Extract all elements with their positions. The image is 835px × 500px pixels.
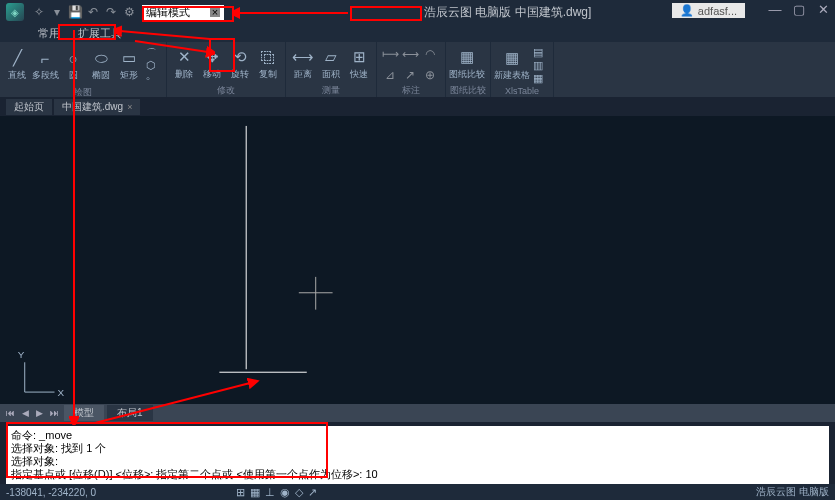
tool-rect[interactable]: ▭矩形 — [116, 45, 142, 85]
app-logo-icon: ◈ — [6, 3, 24, 21]
tool-delete[interactable]: ✕删除 — [171, 44, 197, 84]
delete-icon: ✕ — [178, 47, 191, 67]
ribbon-group-table: ▦新建表格 ▤ ▥ ▦ XlsTable — [491, 42, 554, 97]
ribbon: ╱直线 ⌐多段线 ○圆 ⬭椭圆 ▭矩形 ⌒ ⬡ ◦ 绘图 ✕删除 ✥移动 ⟲旋转… — [0, 42, 835, 98]
layout-nav-next[interactable]: ▶ — [34, 408, 45, 418]
tool-line[interactable]: ╱直线 — [4, 45, 30, 85]
qat-redo-icon[interactable]: ↷ — [104, 5, 118, 19]
rotate-icon: ⟲ — [234, 47, 247, 67]
ribbon-group-compare: ▦图纸比较 图纸比较 — [446, 42, 491, 97]
ribbon-group-measure: ⟷距离 ▱面积 ⊞快速 测量 — [286, 42, 377, 97]
tab-drawing[interactable]: 中国建筑.dwg× — [54, 99, 140, 115]
title-bar: ◈ ✧ ▾ 💾 ↶ ↷ ⚙ 编辑模式 × 浩辰云图 电脑版 中国建筑.dwg] … — [0, 0, 835, 24]
distance-icon: ⟷ — [292, 47, 314, 67]
cmd-line-1: 命令: _move — [11, 429, 824, 442]
tool-newtable[interactable]: ▦新建表格 — [495, 45, 529, 85]
group-label-dim: 标注 — [381, 84, 441, 95]
tool-circle[interactable]: ○圆 — [60, 45, 86, 85]
dim-tool-5[interactable]: ↗ — [401, 68, 419, 82]
tool-area[interactable]: ▱面积 — [318, 44, 344, 84]
ribbon-group-draw: ╱直线 ⌐多段线 ○圆 ⬭椭圆 ▭矩形 ⌒ ⬡ ◦ 绘图 — [0, 42, 167, 97]
cmd-line-4: 指定基点或 [位移(D)] <位移>: 指定第二个点或 <使用第一个点作为位移>… — [11, 468, 824, 481]
osnap-toggle[interactable]: ◇ — [295, 486, 303, 499]
tool-copy[interactable]: ⿻复制 — [255, 44, 281, 84]
qat-save-icon[interactable]: 💾 — [68, 5, 82, 19]
group-label-compare: 图纸比较 — [450, 84, 486, 95]
polyline-icon: ⌐ — [41, 48, 50, 68]
grid-toggle[interactable]: ▦ — [250, 486, 260, 499]
ellipse-icon: ⬭ — [95, 48, 108, 68]
ortho-toggle[interactable]: ⊥ — [265, 486, 275, 499]
copy-icon: ⿻ — [261, 47, 276, 67]
menu-extend-tools[interactable]: 扩展工具 — [70, 24, 130, 43]
track-toggle[interactable]: ↗ — [308, 486, 317, 499]
polar-toggle[interactable]: ◉ — [280, 486, 290, 499]
layout-nav-last[interactable]: ⏭ — [48, 408, 61, 418]
window-controls: — ▢ ✕ — [767, 2, 831, 17]
close-button[interactable]: ✕ — [815, 2, 831, 17]
dim-tool-1[interactable]: ⟼ — [381, 47, 399, 61]
small-tool-2[interactable]: ⬡ — [146, 59, 160, 71]
maximize-button[interactable]: ▢ — [791, 2, 807, 17]
document-tabs: 起始页 中国建筑.dwg× — [0, 98, 835, 116]
mode-dropdown[interactable]: 编辑模式 × — [142, 5, 224, 20]
layout-nav-prev[interactable]: ◀ — [20, 408, 31, 418]
dim-tool-2[interactable]: ⟷ — [401, 47, 419, 61]
quick-icon: ⊞ — [353, 47, 366, 67]
table-tool-3[interactable]: ▦ — [533, 72, 547, 84]
qat-settings-icon[interactable]: ⚙ — [122, 5, 136, 19]
small-tool-3[interactable]: ◦ — [146, 72, 160, 84]
status-toggles: ⊞ ▦ ⊥ ◉ ◇ ↗ — [236, 486, 317, 499]
dim-tool-6[interactable]: ⊕ — [421, 68, 439, 82]
area-icon: ▱ — [325, 47, 337, 67]
cmd-line-2: 选择对象: 找到 1 个 — [11, 442, 824, 455]
app-title: 浩辰云图 电脑版 中国建筑.dwg] — [424, 4, 591, 21]
table-tool-1[interactable]: ▤ — [533, 46, 547, 58]
ribbon-group-modify: ✕删除 ✥移动 ⟲旋转 ⿻复制 修改 — [167, 42, 286, 97]
tool-compare[interactable]: ▦图纸比较 — [450, 44, 484, 84]
draw-small-tools: ⌒ ⬡ ◦ — [144, 44, 162, 86]
group-label-draw: 绘图 — [4, 86, 162, 97]
qat-new-icon[interactable]: ✧ — [32, 5, 46, 19]
command-window[interactable]: 命令: _move 选择对象: 找到 1 个 选择对象: 指定基点或 [位移(D… — [6, 426, 829, 484]
tab-start[interactable]: 起始页 — [6, 99, 52, 115]
qat-open-icon[interactable]: ▾ — [50, 5, 64, 19]
tab-layout1[interactable]: 布局1 — [107, 405, 153, 421]
menu-tabs: 常用 扩展工具 — [0, 24, 835, 42]
compare-icon: ▦ — [460, 47, 474, 67]
table-icon: ▦ — [505, 48, 519, 68]
status-bar: -138041, -234220, 0 ⊞ ▦ ⊥ ◉ ◇ ↗ 浩辰云图 电脑版 — [0, 484, 835, 500]
menu-common[interactable]: 常用 — [30, 24, 68, 43]
dim-tool-4[interactable]: ⊿ — [381, 68, 399, 82]
drawing-canvas[interactable]: X Y — [0, 116, 835, 404]
user-badge[interactable]: 👤 adfasf... — [672, 3, 745, 18]
table-tool-2[interactable]: ▥ — [533, 59, 547, 71]
tool-polyline[interactable]: ⌐多段线 — [32, 45, 58, 85]
minimize-button[interactable]: — — [767, 2, 783, 17]
snap-toggle[interactable]: ⊞ — [236, 486, 245, 499]
group-label-table: XlsTable — [495, 86, 549, 96]
small-tool-1[interactable]: ⌒ — [146, 46, 160, 58]
tool-distance[interactable]: ⟷距离 — [290, 44, 316, 84]
mode-close-icon[interactable]: × — [210, 7, 220, 17]
layout-nav-first[interactable]: ⏮ — [4, 408, 17, 418]
cmd-line-3: 选择对象: — [11, 455, 824, 468]
group-label-measure: 测量 — [290, 84, 372, 95]
tool-move[interactable]: ✥移动 — [199, 44, 225, 84]
dim-tool-3[interactable]: ◠ — [421, 47, 439, 61]
mode-label: 编辑模式 — [146, 5, 190, 20]
tool-rotate[interactable]: ⟲旋转 — [227, 44, 253, 84]
ucs-x-label: X — [58, 387, 65, 398]
tab-model[interactable]: 模型 — [64, 405, 104, 421]
tool-quick[interactable]: ⊞快速 — [346, 44, 372, 84]
group-label-modify: 修改 — [171, 84, 281, 95]
layout-tabs: ⏮ ◀ ▶ ⏭ 模型 布局1 — [0, 404, 835, 422]
coordinates: -138041, -234220, 0 — [6, 487, 96, 498]
tool-ellipse[interactable]: ⬭椭圆 — [88, 45, 114, 85]
status-right: 浩辰云图 电脑版 — [756, 485, 829, 499]
qat-undo-icon[interactable]: ↶ — [86, 5, 100, 19]
rect-icon: ▭ — [122, 48, 136, 68]
user-icon: 👤 — [680, 4, 694, 17]
table-small-tools: ▤ ▥ ▦ — [531, 44, 549, 86]
tab-close-icon[interactable]: × — [127, 102, 132, 112]
